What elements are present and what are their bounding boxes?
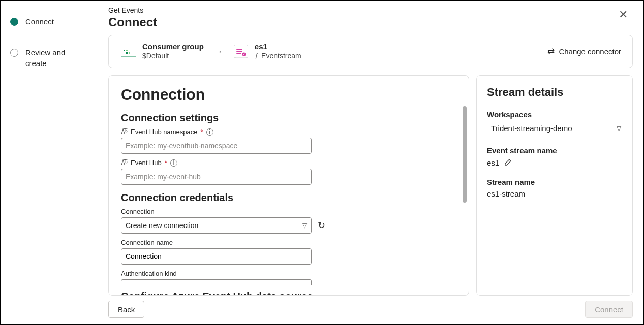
step-connector-line — [14, 32, 14, 47]
svg-rect-3 — [126, 52, 128, 54]
section-configure-heading: Configure Azure Event Hub data source — [121, 290, 456, 296]
chevron-down-icon: ▽ — [617, 125, 621, 132]
connector-target-subtitle: Eventstream — [261, 52, 301, 61]
connection-form-panel: Connection Connection settings A͡ᵇ Event… — [108, 75, 469, 296]
close-button[interactable]: ✕ — [614, 6, 633, 23]
field-connection: Connection Create new connection ▽ ↻ — [121, 208, 456, 234]
breadcrumb: Get Events — [108, 6, 157, 14]
eventhub-namespace-input[interactable] — [121, 138, 312, 154]
field-label: Event Hub — [131, 159, 162, 167]
page-title: Connect — [108, 15, 157, 29]
stream-glyph-icon: ƒ — [255, 52, 258, 60]
eventstream-icon — [232, 45, 250, 58]
field-eventhub: A͡ᵇ Event Hub * i — [121, 159, 456, 185]
scrollbar-thumb[interactable] — [463, 106, 467, 203]
svg-rect-1 — [124, 50, 125, 51]
connector-target-title: es1 — [255, 42, 301, 52]
field-label: Connection — [121, 208, 155, 215]
scrollbar[interactable] — [463, 106, 467, 289]
eventstream-name-label: Event stream name — [487, 146, 622, 155]
workspace-select[interactable]: Trident-streaming-demo ▽ — [487, 122, 622, 136]
workspace-selected-value: Trident-streaming-demo — [491, 124, 572, 133]
pencil-icon — [504, 158, 512, 166]
step-bullet — [10, 49, 18, 57]
connect-button-label: Connect — [595, 305, 623, 314]
info-icon[interactable]: i — [206, 128, 213, 136]
field-label: Authentication kind — [121, 270, 177, 277]
connect-button[interactable]: Connect — [585, 301, 633, 318]
wizard-nav: Connect Review and create — [1, 1, 98, 324]
stream-name-label: Stream name — [487, 178, 622, 186]
eventhub-input[interactable] — [121, 169, 312, 185]
refresh-icon: ↻ — [318, 220, 325, 231]
connector-banner: Consumer group $Default → — [108, 35, 633, 68]
field-label: Event Hub namespace — [131, 128, 198, 136]
consumer-group-icon — [120, 45, 137, 58]
eventstream-name-value: es1 — [487, 158, 499, 167]
svg-rect-4 — [129, 52, 130, 54]
stream-details-panel: Stream details Workspaces Trident-stream… — [476, 75, 633, 296]
close-icon: ✕ — [619, 8, 628, 21]
svg-rect-2 — [126, 50, 128, 51]
stream-name-value: es1-stream — [487, 189, 622, 198]
required-indicator: * — [165, 159, 167, 167]
wizard-step-review[interactable]: Review and create — [10, 47, 88, 69]
edit-button[interactable] — [504, 158, 512, 168]
connector-target: es1 ƒ Eventstream — [232, 42, 301, 60]
back-button[interactable]: Back — [108, 301, 144, 318]
footer: Back Connect — [108, 296, 633, 324]
connection-select[interactable]: Create new connection ▽ — [121, 217, 312, 234]
back-button-label: Back — [118, 305, 135, 314]
connector-source: Consumer group $Default — [120, 42, 204, 60]
details-heading: Stream details — [487, 86, 622, 99]
section-settings-heading: Connection settings — [121, 112, 456, 124]
connector-source-subtitle: $Default — [142, 52, 204, 61]
field-auth-kind: Authentication kind — [121, 270, 456, 285]
field-connection-name: Connection name — [121, 239, 456, 265]
change-connector-button[interactable]: ⇄ Change connector — [547, 46, 621, 57]
change-connector-label: Change connector — [559, 47, 621, 56]
form-heading: Connection — [121, 86, 456, 103]
connection-name-input[interactable] — [121, 248, 312, 265]
arrow-right-icon: → — [211, 46, 225, 57]
text-type-icon: A͡ᵇ — [121, 128, 128, 136]
info-icon[interactable]: i — [170, 159, 177, 167]
connector-source-title: Consumer group — [142, 42, 204, 52]
swap-icon: ⇄ — [547, 46, 555, 57]
svg-rect-0 — [121, 46, 136, 57]
field-label: Connection name — [121, 239, 173, 246]
wizard-step-connect[interactable]: Connect — [10, 16, 88, 27]
step-bullet-active — [10, 18, 18, 26]
auth-kind-input-truncated[interactable] — [121, 279, 312, 285]
refresh-button[interactable]: ↻ — [318, 220, 325, 231]
connection-selected-value: Create new connection — [126, 221, 198, 230]
required-indicator: * — [201, 128, 203, 136]
workspaces-label: Workspaces — [487, 110, 622, 119]
text-type-icon: A͡ᵇ — [121, 159, 128, 167]
chevron-down-icon: ▽ — [302, 222, 307, 229]
section-credentials-heading: Connection credentials — [121, 192, 456, 204]
field-eventhub-namespace: A͡ᵇ Event Hub namespace * i — [121, 128, 456, 154]
step-label: Connect — [25, 16, 54, 27]
step-label: Review and create — [25, 47, 88, 69]
